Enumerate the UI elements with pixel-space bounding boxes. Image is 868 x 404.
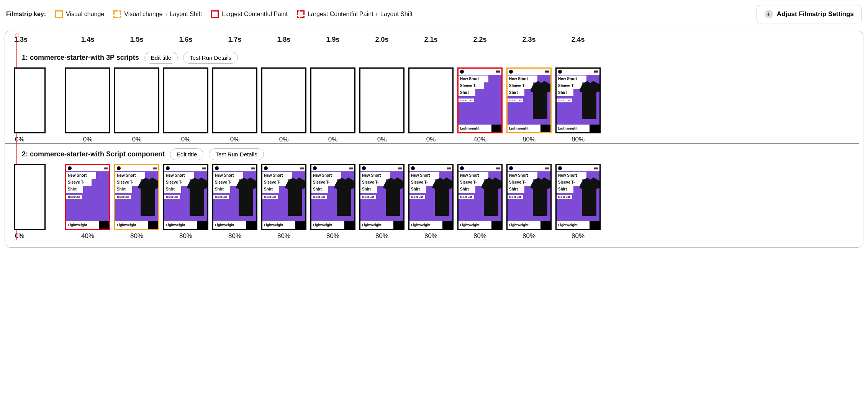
color-swatch-icon	[491, 221, 501, 229]
frame-progress: 80%	[130, 230, 143, 240]
frame[interactable]: New Short Sleeve T- Shirt $25.00 USD Lig…	[63, 164, 112, 240]
key-text: Largest Contentful Paint + Layout Shift	[308, 11, 413, 18]
frame[interactable]: New Short Sleeve T- Shirt $25.00 USD Lig…	[259, 164, 308, 240]
frame[interactable]: New Short Sleeve T- Shirt $25.00 USD Lig…	[504, 164, 554, 240]
product-price: $25.00 USD	[459, 99, 474, 102]
frame[interactable]: New Short Sleeve T- Shirt $25.00 USD Lig…	[554, 67, 603, 143]
logo-icon	[460, 166, 464, 170]
frame-progress: 0%	[181, 133, 191, 143]
frame[interactable]: 0%	[63, 67, 112, 143]
test-run-details-button[interactable]: Test Run Details	[183, 52, 238, 64]
frame[interactable]: New Short Sleeve T- Shirt $25.00 USD Lig…	[455, 164, 504, 240]
frame[interactable]: New Short Sleeve T- Shirt $25.00 USD Lig…	[210, 164, 259, 240]
product-title-line: Sleeve T-	[508, 179, 533, 186]
frame-thumbnail[interactable]	[310, 67, 355, 133]
frame[interactable]: New Short Sleeve T- Shirt $25.00 USD Lig…	[406, 164, 455, 240]
product-badge: Lightweight	[213, 221, 246, 229]
product-title-line: Sleeve T-	[164, 179, 190, 186]
frame-thumbnail[interactable]: New Short Sleeve T- Shirt $25.00 USD Lig…	[506, 67, 552, 133]
frame-thumbnail[interactable]	[14, 67, 46, 133]
frame-progress: 0%	[132, 133, 142, 143]
frame-thumbnail[interactable]	[408, 67, 454, 133]
frame[interactable]: New Short Sleeve T- Shirt $25.00 USD Lig…	[112, 164, 161, 240]
hamburger-icon	[153, 167, 157, 170]
frame-thumbnail[interactable]: New Short Sleeve T- Shirt $25.00 USD Lig…	[408, 164, 454, 230]
frame-thumbnail[interactable]: New Short Sleeve T- Shirt $25.00 USD Lig…	[506, 164, 552, 230]
time-tick: 1.3s	[14, 36, 63, 47]
frame-thumbnail[interactable]: New Short Sleeve T- Shirt $25.00 USD Lig…	[359, 164, 405, 230]
frame[interactable]: New Short Sleeve T- Shirt $25.00 USD Lig…	[308, 164, 357, 240]
product-price: $25.00 USD	[115, 195, 131, 199]
frame[interactable]: New Short Sleeve T- Shirt $25.00 USD Lig…	[357, 164, 406, 240]
product-badge: Lightweight	[115, 221, 148, 229]
key-text: Visual change	[66, 11, 104, 18]
frame[interactable]: 0%	[308, 67, 357, 143]
frame-thumbnail[interactable]	[261, 67, 306, 133]
color-swatch-icon	[148, 221, 158, 229]
frame-thumbnail[interactable]: New Short Sleeve T- Shirt $25.00 USD Lig…	[212, 164, 257, 230]
logo-icon	[558, 166, 562, 170]
frame[interactable]: 0%	[112, 67, 161, 143]
frame[interactable]: 0%	[357, 67, 406, 143]
product-title-line: Shirt	[557, 186, 573, 193]
frame-progress: 0%	[230, 133, 240, 143]
frame-thumbnail[interactable]	[65, 67, 110, 133]
frame-thumbnail[interactable]	[212, 67, 257, 133]
adjust-filmstrip-settings-button[interactable]: + Adjust Filmstrip Settings	[757, 5, 862, 23]
frame[interactable]: 0%	[259, 67, 308, 143]
frame-thumbnail[interactable]: New Short Sleeve T- Shirt $25.00 USD Lig…	[310, 164, 355, 230]
edit-title-button[interactable]: Edit title	[144, 52, 178, 64]
frame-progress: 80%	[375, 230, 388, 240]
frame-thumbnail[interactable]: New Short Sleeve T- Shirt $25.00 USD Lig…	[65, 164, 110, 230]
hamburger-icon	[251, 167, 255, 170]
frame-progress: 80%	[326, 230, 339, 240]
frame-thumbnail[interactable]	[14, 164, 46, 230]
frame[interactable]: 0%	[406, 67, 455, 143]
frame-thumbnail[interactable]: New Short Sleeve T- Shirt $25.00 USD Lig…	[555, 67, 601, 133]
frame-thumbnail[interactable]: New Short Sleeve T- Shirt $25.00 USD Lig…	[555, 164, 601, 230]
color-swatch-icon	[590, 125, 599, 132]
frame-progress: 0%	[279, 133, 289, 143]
product-badge: Lightweight	[164, 221, 197, 229]
frame-thumbnail[interactable]: New Short Sleeve T- Shirt $25.00 USD Lig…	[114, 164, 159, 230]
product-title-line: Shirt	[508, 186, 524, 193]
frame[interactable]: 0%	[14, 164, 63, 240]
product-title-line: Shirt	[508, 89, 524, 96]
product-title-line: New Short	[66, 172, 96, 179]
frame[interactable]: 0%	[14, 67, 63, 143]
frame-progress: 0%	[377, 133, 387, 143]
frame[interactable]: New Short Sleeve T- Shirt $25.00 USD Lig…	[554, 164, 603, 240]
logo-icon	[264, 166, 268, 170]
frame[interactable]: 0%	[210, 67, 259, 143]
test-run-details-button[interactable]: Test Run Details	[209, 148, 264, 160]
frame-thumbnail[interactable]	[163, 67, 208, 133]
frame[interactable]: New Short Sleeve T- Shirt $25.00 USD Lig…	[504, 67, 554, 143]
frame-thumbnail[interactable]: New Short Sleeve T- Shirt $25.00 USD Lig…	[457, 164, 503, 230]
product-price: $25.00 USD	[213, 195, 229, 199]
frame[interactable]: New Short Sleeve T- Shirt $25.00 USD Lig…	[161, 164, 210, 240]
frame-progress: 80%	[277, 230, 290, 240]
tshirt-image	[580, 81, 601, 119]
hamburger-icon	[398, 167, 402, 170]
frame-thumbnail[interactable]: New Short Sleeve T- Shirt $25.00 USD Lig…	[261, 164, 306, 230]
product-badge: Lightweight	[262, 221, 295, 229]
logo-icon	[215, 166, 219, 170]
color-swatch-icon	[99, 221, 109, 229]
frame-thumbnail[interactable]	[114, 67, 159, 133]
time-tick: 1.7s	[210, 36, 259, 47]
frame-thumbnail[interactable]: New Short Sleeve T- Shirt $25.00 USD Lig…	[163, 164, 208, 230]
color-swatch-icon	[540, 221, 550, 229]
frame[interactable]: 0%	[161, 67, 210, 143]
tshirt-image	[383, 177, 405, 216]
frames-row: 0% New Short Sleeve T- Shirt $25.00 USD …	[5, 164, 859, 240]
product-title-line: Shirt	[213, 186, 230, 193]
edit-title-button[interactable]: Edit title	[170, 148, 203, 160]
hamburger-icon	[594, 167, 598, 170]
product-price: $25.00 USD	[409, 195, 425, 199]
frame-thumbnail[interactable]	[359, 67, 405, 133]
color-swatch-icon	[491, 125, 501, 132]
frame[interactable]: New Short Sleeve T- Shirt $25.00 USD Lig…	[455, 67, 504, 143]
hamburger-icon	[496, 167, 500, 170]
hamburger-icon	[545, 167, 549, 170]
frame-thumbnail[interactable]: New Short Sleeve T- Shirt $25.00 USD Lig…	[457, 67, 503, 133]
